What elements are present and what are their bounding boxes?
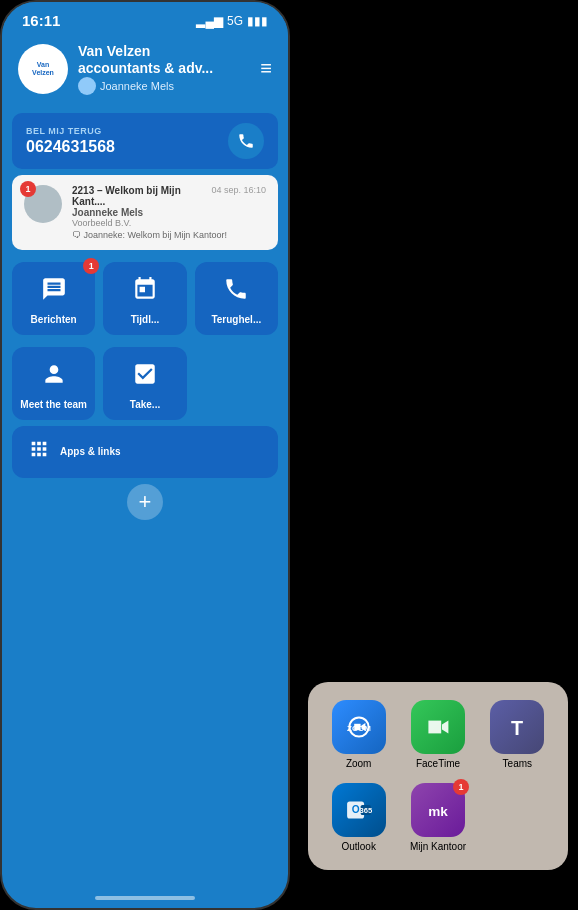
mijnkantoor-app-label: Mijn Kantoor <box>410 841 466 852</box>
user-row: Joanneke Mels <box>78 77 213 95</box>
teams-app-icon: T <box>490 700 544 754</box>
user-avatar <box>78 77 96 95</box>
meet-team-button[interactable]: Meet the team <box>12 347 95 420</box>
svg-text:mk: mk <box>428 804 448 819</box>
tijdlijn-icon <box>132 276 158 308</box>
apps-button[interactable]: Apps & links <box>12 426 278 478</box>
phone-icon <box>237 132 255 150</box>
callback-number: 0624631568 <box>26 138 115 156</box>
terughalen-button[interactable]: Terughel... <box>195 262 278 335</box>
berichten-badge: 1 <box>83 258 99 274</box>
svg-text:T: T <box>511 717 523 739</box>
app-item-teams[interactable]: T Teams <box>483 700 552 769</box>
phone-frame: 16:11 ▂▄▆ 5G ▮▮▮ VanVelzen Van Velzen ac… <box>0 0 290 910</box>
outlook-app-icon: O 365 <box>332 783 386 837</box>
header-text: Van Velzen accountants & adv... Joanneke… <box>78 43 213 95</box>
mijnkantoor-badge: 1 <box>453 779 469 795</box>
grid-buttons-row2: Meet the team Take... <box>2 341 288 426</box>
message-badge: 1 <box>20 181 36 197</box>
zoom-app-label: Zoom <box>346 758 372 769</box>
zoom-icon: ZOOM <box>343 711 375 743</box>
message-avatar-wrap: 1 <box>24 185 62 223</box>
call-button[interactable] <box>228 123 264 159</box>
berichten-icon <box>41 276 67 308</box>
meet-team-label: Meet the team <box>20 399 87 410</box>
facetime-app-label: FaceTime <box>416 758 460 769</box>
zoom-app-icon: ZOOM <box>332 700 386 754</box>
add-section: + <box>2 484 288 520</box>
callback-info: BEL MIJ TERUG 0624631568 <box>26 126 115 156</box>
outlook-icon: O 365 <box>342 793 376 827</box>
apps-row: Apps & links <box>2 426 288 484</box>
battery-icon: ▮▮▮ <box>247 14 268 28</box>
add-button[interactable]: + <box>127 484 163 520</box>
app-item-mijnkantoor[interactable]: mk 1 Mijn Kantoor <box>403 783 472 852</box>
terughalen-icon <box>223 276 249 308</box>
taken-button[interactable]: Take... <box>103 347 186 420</box>
menu-button[interactable]: ≡ <box>260 57 272 80</box>
callback-card: BEL MIJ TERUG 0624631568 <box>12 113 278 169</box>
terughalen-label: Terughel... <box>211 314 261 325</box>
callback-label: BEL MIJ TERUG <box>26 126 115 136</box>
message-time: 04 sep. 16:10 <box>211 185 266 195</box>
svg-text:365: 365 <box>359 806 372 815</box>
status-time: 16:11 <box>22 12 60 29</box>
company-logo: VanVelzen <box>18 44 68 94</box>
teams-app-label: Teams <box>503 758 532 769</box>
svg-text:O: O <box>351 804 359 815</box>
status-icons: ▂▄▆ 5G ▮▮▮ <box>196 14 268 28</box>
home-indicator <box>95 896 195 900</box>
teams-icon: T <box>499 709 535 745</box>
facetime-app-icon <box>411 700 465 754</box>
apps-icon <box>28 438 50 466</box>
taken-icon <box>132 361 158 393</box>
signal-icon: ▂▄▆ <box>196 14 223 28</box>
message-content: 2213 – Welkom bij Mijn Kant.... 04 sep. … <box>72 185 266 240</box>
mijnkantoor-icon: mk <box>421 793 455 827</box>
meet-team-icon <box>41 361 67 393</box>
header-left: VanVelzen Van Velzen accountants & adv..… <box>18 43 213 95</box>
berichten-button[interactable]: 1 Berichten <box>12 262 95 335</box>
user-name: Joanneke Mels <box>100 80 174 92</box>
message-preview: 🗨 Joanneke: Welkom bij Mijn Kantoor! <box>72 230 266 240</box>
app-header: VanVelzen Van Velzen accountants & adv..… <box>2 35 288 107</box>
app-item-outlook[interactable]: O 365 Outlook <box>324 783 393 852</box>
grid-buttons-row1: 1 Berichten Tijdl... Terughel... <box>2 256 288 341</box>
message-title-row: 2213 – Welkom bij Mijn Kant.... 04 sep. … <box>72 185 266 207</box>
outlook-app-label: Outlook <box>341 841 375 852</box>
apps-label: Apps & links <box>60 446 121 457</box>
facetime-icon <box>422 711 454 743</box>
message-card[interactable]: 1 2213 – Welkom bij Mijn Kant.... 04 sep… <box>12 175 278 250</box>
tijdlijn-button[interactable]: Tijdl... <box>103 262 186 335</box>
app-item-facetime[interactable]: FaceTime <box>403 700 472 769</box>
berichten-label: Berichten <box>31 314 77 325</box>
message-sender: Joanneke Mels <box>72 207 266 218</box>
app-item-zoom[interactable]: ZOOM Zoom <box>324 700 393 769</box>
tijdlijn-label: Tijdl... <box>131 314 160 325</box>
app-drawer: ZOOM Zoom FaceTime T Teams <box>308 682 568 870</box>
network-type: 5G <box>227 14 243 28</box>
taken-label: Take... <box>130 399 160 410</box>
company-name: Van Velzen accountants & adv... <box>78 43 213 77</box>
message-company: Voorbeeld B.V. <box>72 218 266 228</box>
message-title: 2213 – Welkom bij Mijn Kant.... <box>72 185 202 207</box>
status-bar: 16:11 ▂▄▆ 5G ▮▮▮ <box>2 2 288 35</box>
mijnkantoor-app-icon: mk 1 <box>411 783 465 837</box>
